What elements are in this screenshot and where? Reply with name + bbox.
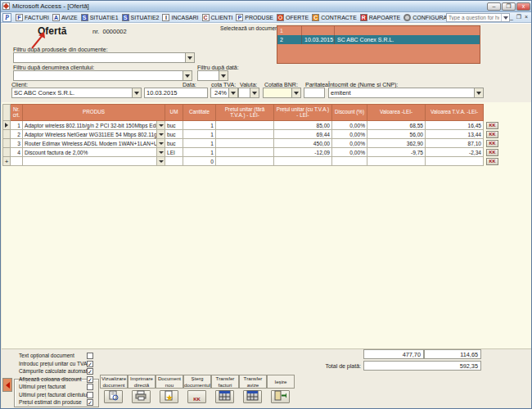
cell-valoare[interactable]: 68,55 (367, 121, 426, 130)
cell-nr[interactable]: 2 (11, 130, 23, 139)
column-header-produs[interactable]: PRODUS (23, 104, 165, 121)
menu-item-oferte[interactable]: OOFERTE (275, 13, 310, 22)
record-selector[interactable] (2, 130, 11, 139)
cell-valoare[interactable]: -9,75 (367, 148, 426, 157)
cell-produs[interactable] (23, 157, 165, 166)
delete-row-button[interactable]: KK (486, 149, 498, 156)
menu-item-produse[interactable]: PPRODUSE (234, 13, 275, 22)
checkbox-pre-ul-estimat-din-produse[interactable]: ✓ (87, 399, 93, 406)
mdi-close-button[interactable]: × (523, 13, 530, 21)
cell-pret-cu[interactable]: -12,09 (274, 148, 332, 157)
column-header-discount[interactable]: Discount (%) (332, 104, 367, 121)
record-selector[interactable] (2, 139, 11, 148)
vizualizare-document-button[interactable] (104, 390, 123, 403)
chevron-down-icon[interactable] (156, 157, 165, 165)
delete-row-button[interactable]: KK (486, 140, 498, 147)
minimize-button[interactable]: – (487, 2, 501, 11)
menu-item-incasari[interactable]: IINCASARI (160, 13, 200, 22)
cell-pret-fara[interactable] (216, 139, 274, 148)
cell-produs[interactable]: Discount factura de 2,00% (23, 148, 165, 157)
document-nou-button[interactable] (160, 390, 178, 403)
date-field[interactable]: 10.03.2015 (144, 88, 208, 98)
cell-cantitate[interactable]: 1 (183, 139, 216, 148)
cell-discount[interactable]: 0,00% (332, 130, 367, 139)
chevron-down-icon[interactable] (219, 71, 228, 80)
cell-valoare[interactable] (367, 157, 426, 166)
chevron-down-icon[interactable] (156, 139, 165, 147)
cell-discount[interactable]: 0,00% (332, 139, 367, 148)
cell-cantitate[interactable]: 1 (183, 148, 216, 157)
imprimare-direct-button[interactable] (132, 390, 151, 403)
menu-item-facturi[interactable]: FFACTURI (14, 13, 51, 22)
record-selector[interactable] (2, 148, 11, 157)
cell-valoare-tva[interactable]: 13,44 (426, 130, 484, 139)
cell-valoare-tva[interactable]: 87,10 (426, 139, 484, 148)
restore-button[interactable]: ❐ (502, 2, 516, 11)
checkbox-introduc-pre-ul-unitar-cu-tva[interactable]: ✓ (87, 361, 93, 367)
cell-cantitate[interactable]: 1 (183, 121, 216, 130)
cell-produs[interactable]: Router Edimax Wireless ADSL Modem 1WAN+1… (23, 139, 165, 148)
checkbox-afi-eaz-coloana-discount[interactable]: ✓ (87, 376, 93, 383)
chevron-down-icon[interactable] (156, 130, 165, 138)
currency-combo[interactable] (238, 88, 259, 98)
client-combo[interactable]: SC ABC Conex S.R.L. (11, 88, 142, 98)
chevron-down-icon[interactable] (291, 88, 300, 97)
append-record-selector[interactable]: + (2, 157, 11, 166)
mdi-restore-button[interactable]: ❐ (516, 13, 522, 21)
chevron-down-icon[interactable] (183, 71, 192, 80)
column-header-nr[interactable]: Nr. crt. (11, 104, 23, 121)
help-search-input[interactable] (447, 14, 501, 21)
column-header-valoare-tva[interactable]: Valoarea T.V.A. -LEI- (426, 104, 484, 121)
cell-valoare-tva[interactable]: 16,45 (426, 121, 484, 130)
toolbar-toggle-button[interactable]: P (2, 13, 11, 22)
delete-row-button[interactable]: KK (486, 131, 498, 138)
cell-pret-cu[interactable]: 69,44 (274, 130, 332, 139)
document-list-item[interactable]: 210.03.2015SC ABC Conex S.R.L. (277, 35, 480, 44)
bnr-rate-combo[interactable] (263, 88, 301, 98)
chevron-down-icon[interactable] (132, 88, 141, 97)
checkbox-c-mpurile-calculate-automat[interactable]: ✓ (87, 368, 93, 375)
cell-discount[interactable]: 0,00% (332, 148, 367, 157)
cell-pret-cu[interactable] (274, 157, 332, 166)
cell-produs[interactable]: Adaptor wireless 802.11b/g/n 2 PCI 32-bi… (23, 121, 165, 130)
column-header-valoare[interactable]: Valoarea -LEI- (367, 104, 426, 121)
record-selector[interactable] (2, 121, 11, 130)
chevron-down-icon[interactable] (474, 88, 483, 97)
menu-item-avize[interactable]: AAVIZE (51, 13, 79, 22)
checkbox-ultimul-pre-facturat[interactable] (87, 384, 93, 390)
collapse-options-button[interactable] (2, 378, 12, 392)
cell-pret-cu[interactable]: 85,00 (274, 121, 332, 130)
column-header-pret-fara[interactable]: Prețul unitar (fără T.V.A.) - LEI- (216, 104, 274, 121)
cell-nr[interactable]: 3 (11, 139, 23, 148)
cell-um[interactable]: buc (165, 130, 183, 139)
cell-pret-fara[interactable] (216, 157, 274, 166)
cell-valoare[interactable]: 56,00 (367, 130, 426, 139)
terg-documentul-button[interactable]: KK (187, 390, 206, 403)
cell-um[interactable]: buc (165, 121, 183, 130)
cell-um[interactable] (165, 157, 183, 166)
close-button[interactable]: x (516, 2, 530, 11)
menu-item-contracte[interactable]: CCONTRACTE (310, 13, 358, 22)
cell-cantitate[interactable]: 0 (183, 157, 216, 166)
transfer-facturi-button[interactable] (215, 390, 234, 403)
cell-nr[interactable]: 4 (11, 148, 23, 157)
vat-rate-combo[interactable]: 24% (210, 88, 238, 98)
chevron-down-icon[interactable] (250, 88, 259, 97)
cell-nr[interactable]: 1 (11, 121, 23, 130)
cell-pret-fara[interactable] (216, 148, 274, 157)
parity-field[interactable] (304, 88, 325, 98)
cell-nr[interactable] (11, 157, 23, 166)
column-header-um[interactable]: UM (165, 104, 183, 121)
menu-item-clienti[interactable]: CCLIENTI (201, 13, 235, 22)
column-header-pret-cu[interactable]: Prețul unitar (cu T.V.A.) - LEI- (274, 104, 332, 121)
cell-discount[interactable]: 0,00% (332, 121, 367, 130)
filter-products-combo[interactable] (13, 52, 195, 63)
menu-item-situatie1[interactable]: SSITUATIE1 (79, 13, 120, 22)
checkbox-text-op-ional-document[interactable] (87, 353, 93, 359)
cell-valoare[interactable]: 362,90 (367, 139, 426, 148)
cell-valoare-tva[interactable] (426, 157, 484, 166)
delete-row-button[interactable]: KK (486, 158, 498, 165)
filter-date-combo[interactable] (197, 70, 228, 81)
cell-pret-fara[interactable] (216, 130, 274, 139)
mdi-minimize-button[interactable]: _ (508, 13, 515, 21)
